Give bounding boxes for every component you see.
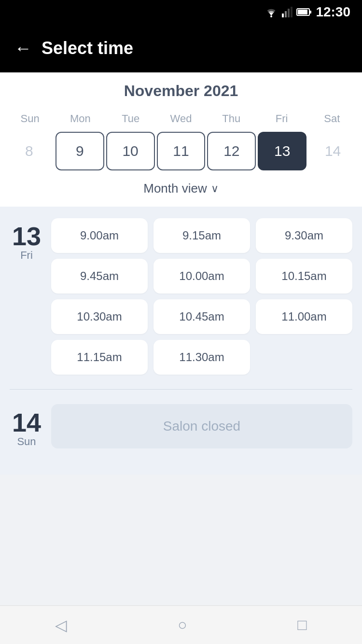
time-slot-1045[interactable]: 10.45am (153, 299, 250, 334)
day-cell-9[interactable]: 9 (56, 132, 104, 170)
calendar-section: November 2021 Sun Mon Tue Wed Thu Fri Sa… (0, 72, 362, 207)
day-cell-12[interactable]: 12 (207, 132, 256, 170)
time-slot-1030[interactable]: 10.30am (51, 299, 148, 334)
svg-point-0 (270, 15, 272, 17)
weekday-mon: Mon (55, 109, 105, 129)
nav-back-button[interactable]: ◁ (41, 611, 82, 639)
back-button[interactable]: ← (14, 40, 32, 57)
time-slot-1115[interactable]: 11.15am (51, 340, 148, 375)
time-slot-945[interactable]: 9.45am (51, 259, 148, 294)
slots-section: 13 Fri 9.00am 9.15am 9.30am 9.45am 10.00… (0, 207, 362, 475)
time-slot-1000[interactable]: 10.00am (153, 259, 250, 294)
day-name-sun: Sun (10, 435, 43, 448)
svg-rect-6 (309, 11, 311, 14)
time-slot-1100[interactable]: 11.00am (256, 299, 352, 334)
svg-rect-4 (291, 7, 292, 17)
day-label-14: 14 Sun (10, 405, 43, 448)
status-icons: 12:30 (265, 4, 350, 20)
month-year-title: November 2021 (0, 82, 362, 100)
day-number-13: 13 (10, 223, 43, 249)
header: ← Select time (0, 24, 362, 72)
weekday-fri: Fri (256, 109, 306, 129)
weekday-thu: Thu (206, 109, 256, 129)
time-grid-13: 9.00am 9.15am 9.30am 9.45am 10.00am 10.1… (51, 218, 352, 375)
signal-icon (282, 7, 292, 17)
day-block-14: 14 Sun Salon closed (10, 404, 352, 448)
wifi-icon (265, 7, 278, 17)
nav-home-button[interactable]: ○ (163, 611, 201, 639)
weekday-sat: Sat (307, 109, 357, 129)
page-title: Select time (42, 38, 133, 58)
svg-rect-7 (298, 10, 307, 14)
chevron-down-icon: ∨ (211, 182, 219, 195)
day-cell-13[interactable]: 13 (258, 132, 306, 170)
day-cell-10[interactable]: 10 (106, 132, 155, 170)
bottom-nav: ◁ ○ □ (0, 605, 362, 644)
time-slot-1130[interactable]: 11.30am (153, 340, 250, 375)
time-slot-900[interactable]: 9.00am (51, 218, 148, 253)
svg-rect-2 (285, 11, 287, 17)
day-cell-8[interactable]: 8 (5, 132, 54, 170)
month-view-label: Month view (143, 181, 207, 196)
battery-icon (296, 8, 312, 16)
day-cell-11[interactable]: 11 (157, 132, 206, 170)
status-time: 12:30 (316, 4, 350, 20)
day-block-13: 13 Fri 9.00am 9.15am 9.30am 9.45am 10.00… (10, 218, 352, 375)
day-label-13: 13 Fri (10, 218, 43, 262)
svg-rect-1 (282, 14, 284, 17)
weekday-wed: Wed (156, 109, 206, 129)
weekday-tue: Tue (106, 109, 156, 129)
weekday-sun: Sun (5, 109, 55, 129)
divider (10, 389, 352, 390)
month-view-toggle[interactable]: Month view ∨ (0, 173, 362, 202)
day-number-14: 14 (10, 409, 43, 435)
status-bar: 12:30 (0, 0, 362, 24)
day-cell-14[interactable]: 14 (308, 132, 357, 170)
time-slot-915[interactable]: 9.15am (153, 218, 250, 253)
day-name-fri: Fri (10, 249, 43, 262)
nav-recent-button[interactable]: □ (283, 611, 321, 639)
weekday-header: Sun Mon Tue Wed Thu Fri Sat (0, 109, 362, 129)
day-row: 8 9 10 11 12 13 14 (0, 129, 362, 173)
salon-closed-message: Salon closed (51, 404, 352, 448)
time-slot-1015[interactable]: 10.15am (256, 259, 352, 294)
svg-rect-3 (288, 9, 290, 17)
time-slot-930[interactable]: 9.30am (256, 218, 352, 253)
